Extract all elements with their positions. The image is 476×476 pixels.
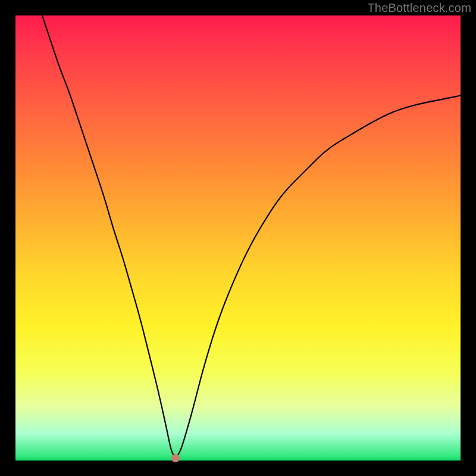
chart-curve <box>15 15 461 461</box>
chart-frame: TheBottleneck.com <box>0 0 476 476</box>
watermark-label: TheBottleneck.com <box>367 1 471 15</box>
chart-marker <box>171 454 180 462</box>
plot-area <box>15 15 461 461</box>
